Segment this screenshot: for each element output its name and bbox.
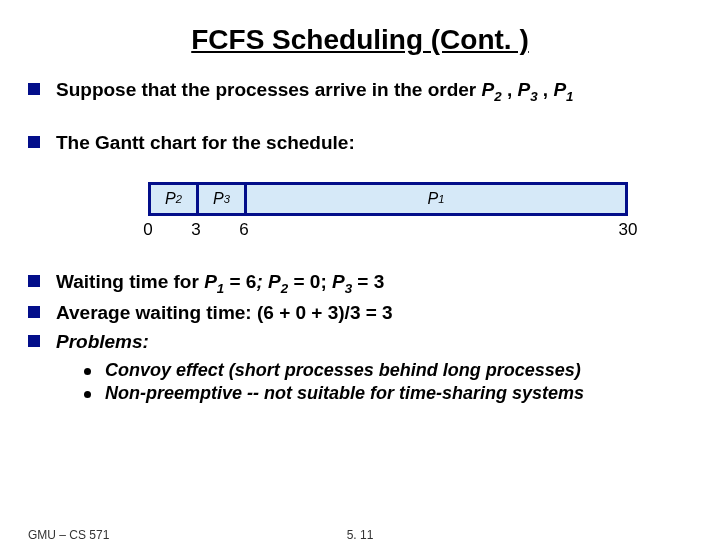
proc-label: P [332, 271, 345, 292]
slide-title: FCFS Scheduling (Cont. ) [28, 24, 692, 56]
proc-sub: 3 [530, 89, 537, 104]
dot-bullet-icon [84, 368, 91, 375]
square-bullet-icon [28, 335, 40, 347]
bullet-text: Average waiting time: (6 + 0 + 3)/3 = 3 [56, 301, 393, 326]
gantt-tick: 3 [191, 220, 200, 240]
value: = 0; [288, 271, 332, 292]
bullet-problems: Problems: [28, 330, 692, 355]
bullet-text: Suppose that the processes arrive in the… [56, 78, 573, 105]
gantt-segment: P2 [151, 185, 199, 213]
proc-label: P [482, 79, 495, 100]
bullet-text: Waiting time for P1 = 6; P2 = 0; P3 = 3 [56, 270, 384, 297]
value: = 6 [224, 271, 256, 292]
proc-sub: 2 [494, 89, 501, 104]
gantt-tick: 6 [239, 220, 248, 240]
text: , [502, 79, 518, 100]
sub-bullet-text: Convoy effect (short processes behind lo… [105, 360, 581, 381]
proc-label: P [165, 190, 176, 208]
square-bullet-icon [28, 306, 40, 318]
gantt-bar: P2P3P1 [148, 182, 628, 216]
bullet-gantt-intro: The Gantt chart for the schedule: [28, 131, 692, 156]
bullet-waiting-time: Waiting time for P1 = 6; P2 = 0; P3 = 3 [28, 270, 692, 297]
gantt-segment: P3 [199, 185, 247, 213]
square-bullet-icon [28, 275, 40, 287]
dot-bullet-icon [84, 391, 91, 398]
sub-bullet-nonpreemptive: Non-preemptive -- not suitable for time-… [84, 383, 692, 404]
sub-bullet-convoy: Convoy effect (short processes behind lo… [84, 360, 692, 381]
gantt-chart: P2P3P1 03630 [148, 182, 692, 244]
bullet-text: The Gantt chart for the schedule: [56, 131, 355, 156]
square-bullet-icon [28, 136, 40, 148]
gantt-tick: 0 [143, 220, 152, 240]
bullet-text: Problems: [56, 330, 149, 355]
proc-label: P [213, 190, 224, 208]
gantt-tick: 30 [619, 220, 638, 240]
gantt-segment: P1 [247, 185, 625, 213]
sub-bullet-text: Non-preemptive -- not suitable for time-… [105, 383, 584, 404]
proc-label: P [428, 190, 439, 208]
proc-sub: 1 [566, 89, 573, 104]
text: Suppose that the processes arrive in the… [56, 79, 482, 100]
proc-label: P [553, 79, 566, 100]
footer-left: GMU – CS 571 [28, 528, 109, 540]
proc-sub: 3 [224, 193, 230, 205]
slide: FCFS Scheduling (Cont. ) Suppose that th… [0, 0, 720, 540]
value: = 3 [352, 271, 384, 292]
proc-sub: 3 [345, 281, 352, 296]
bullet-list: Suppose that the processes arrive in the… [28, 78, 692, 156]
bullet-arrival-order: Suppose that the processes arrive in the… [28, 78, 692, 105]
bullet-avg-wait: Average waiting time: (6 + 0 + 3)/3 = 3 [28, 301, 692, 326]
text: Problems: [56, 331, 149, 352]
bullet-list-lower: Waiting time for P1 = 6; P2 = 0; P3 = 3 … [28, 270, 692, 404]
gantt-ticks: 03630 [148, 220, 628, 244]
text: , [538, 79, 554, 100]
proc-sub: 1 [438, 193, 444, 205]
proc-label: P [204, 271, 217, 292]
footer-page-number: 5. 11 [347, 528, 374, 540]
text: Waiting time for [56, 271, 204, 292]
sub-bullet-list: Convoy effect (short processes behind lo… [84, 360, 692, 404]
proc-label: P [517, 79, 530, 100]
proc-sub: 2 [176, 193, 182, 205]
square-bullet-icon [28, 83, 40, 95]
text: ; [256, 271, 268, 292]
proc-label: P [268, 271, 281, 292]
